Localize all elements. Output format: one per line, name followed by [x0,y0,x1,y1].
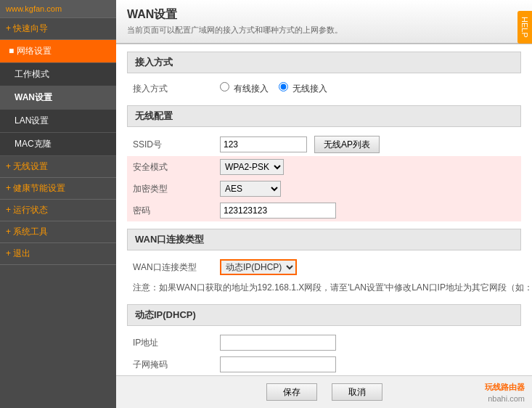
logo-text: www.kgfan [6,4,44,13]
page-title: WAN设置 [127,7,521,23]
cancel-button[interactable]: 取消 [332,383,382,401]
encrypt-label: 加密类型 [127,178,214,200]
form-area: 接入方式 接入方式 有线接入 无线接入 [116,44,532,375]
wan-type-table: WAN口连接类型 动态IP(DHCP) 静态IP PPPoE PPTP L2TP… [127,256,532,297]
dhcp-table: IP地址 子网掩码 默认网关 IP地址到期时间 N/A 数据包MTU(字节) [127,332,521,375]
sidebar-item-work-mode[interactable]: 工作模式 [0,63,116,86]
sidebar-item-network-settings[interactable]: ■ 网络设置 [0,40,116,63]
sidebar: www.kgfan.com + 快速向导 ■ 网络设置 工作模式 WAN设置 L… [0,0,116,408]
wan-type-row: WAN口连接类型 动态IP(DHCP) 静态IP PPPoE PPTP L2TP [127,256,532,278]
sidebar-item-system-tools[interactable]: + 系统工具 [0,221,116,243]
subnet-mask-input[interactable] [220,356,336,372]
wan-type-section-title: WAN口连接类型 [127,229,521,250]
ip-address-label: IP地址 [127,332,214,354]
sidebar-item-run-status[interactable]: + 运行状态 [0,200,116,221]
sidebar-item-power-settings[interactable]: + 健康节能设置 [0,178,116,200]
password-row: 密码 [127,200,521,221]
dhcp-section-title: 动态IP(DHCP) [127,304,521,326]
watermark-line2: nbahi.com [485,393,525,404]
sidebar-item-wan-settings[interactable]: WAN设置 [0,86,116,110]
wan-type-note-row: 注意：如果WAN口获取的地址为192.168.1.X网段，请至'LAN设置'中修… [127,278,532,297]
subnet-mask-row: 子网掩码 [127,354,521,375]
watermark-line1: 玩线路由器 [485,382,525,393]
wired-radio-label[interactable]: 有线接入 [220,83,271,94]
access-method-row: 接入方式 有线接入 无线接入 [127,79,521,98]
ssid-label: SSID号 [127,133,214,156]
watermark: 玩线路由器 nbahi.com [485,382,525,404]
save-button[interactable]: 保存 [266,383,317,401]
security-mode-row: 安全模式 WPA2-PSK WPA-PSK WEP 无 [127,156,521,178]
footer-buttons: 保存 取消 [116,375,532,408]
encrypt-row: 加密类型 AES TKIP AES+TKIP [127,178,521,200]
access-table: 接入方式 有线接入 无线接入 [127,79,521,98]
logo: www.kgfan.com [0,0,116,18]
wireless-table: SSID号 无线AP列表 安全模式 WPA2-PSK WPA-PSK WEP [127,133,521,221]
wireless-radio-label[interactable]: 无线接入 [279,83,327,94]
security-mode-select[interactable]: WPA2-PSK WPA-PSK WEP 无 [220,159,284,175]
help-tab[interactable]: HELP [517,11,532,44]
access-method-label: 接入方式 [127,79,214,98]
access-section-title: 接入方式 [127,52,521,73]
wireless-label: 无线接入 [292,83,327,94]
sidebar-item-quick-setup[interactable]: + 快速向导 [0,18,116,40]
ssid-input[interactable] [220,136,307,152]
page-header: WAN设置 当前页面可以配置广域网的接入方式和哪种方式的上网参数。 [116,0,532,44]
wired-label: 有线接入 [234,83,269,94]
wireless-radio[interactable] [279,82,288,91]
access-radio-group: 有线接入 无线接入 [220,82,515,95]
wan-type-label: WAN口连接类型 [127,256,214,278]
password-input[interactable] [220,203,336,219]
sidebar-item-mac-clone[interactable]: MAC克隆 [0,133,116,156]
sidebar-item-logout[interactable]: + 退出 [0,243,116,265]
ip-address-row: IP地址 [127,332,521,354]
subnet-mask-label: 子网掩码 [127,354,214,375]
page-description: 当前页面可以配置广域网的接入方式和哪种方式的上网参数。 [127,25,521,36]
ssid-row: SSID号 无线AP列表 [127,133,521,156]
wireless-ap-list-button[interactable]: 无线AP列表 [314,136,380,153]
wan-type-select[interactable]: 动态IP(DHCP) 静态IP PPPoE PPTP L2TP [220,259,297,275]
encrypt-select[interactable]: AES TKIP AES+TKIP [220,181,281,197]
main-content-area: WAN设置 当前页面可以配置广域网的接入方式和哪种方式的上网参数。 接入方式 接… [116,0,532,408]
password-label: 密码 [127,200,214,221]
wireless-section-title: 无线配置 [127,105,521,127]
sidebar-item-wireless-settings[interactable]: + 无线设置 [0,156,116,178]
wan-type-note: 注意：如果WAN口获取的地址为192.168.1.X网段，请至'LAN设置'中修… [127,278,532,297]
sidebar-item-lan-settings[interactable]: LAN设置 [0,110,116,133]
security-label: 安全模式 [127,156,214,178]
ip-address-input[interactable] [220,335,336,351]
wired-radio[interactable] [220,82,229,91]
